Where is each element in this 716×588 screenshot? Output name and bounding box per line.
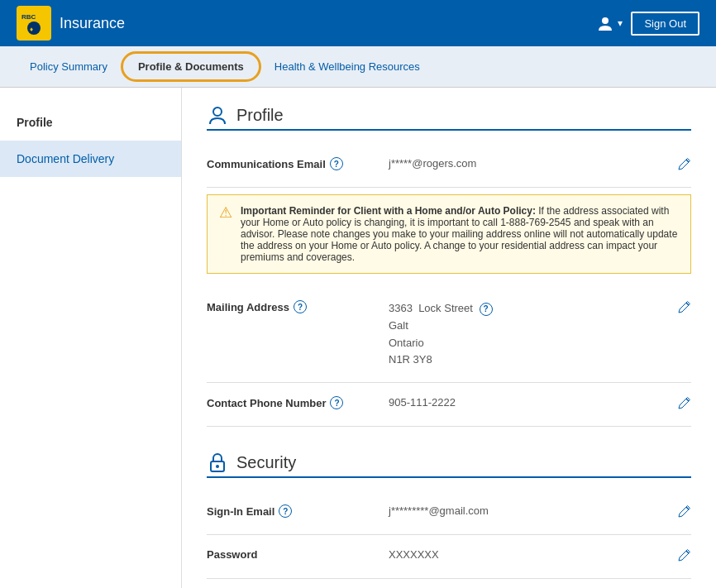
svg-text:♦: ♦ [30, 26, 33, 33]
security-section-title: Security [236, 453, 296, 472]
communications-email-value: j*****@rogers.com [389, 157, 666, 170]
mailing-address-edit-button[interactable] [666, 300, 691, 317]
svg-point-4 [602, 17, 609, 24]
warning-text: Important Reminder for Client with a Hom… [241, 205, 679, 263]
contact-phone-number-value: 905-111-2222 [389, 396, 666, 409]
security-section-icon [207, 452, 228, 473]
main-content: Profile Document Delivery Profile Commun… [0, 88, 716, 588]
header: RBC ♦ Insurance ▾ Sign Out [0, 0, 716, 46]
nav-item-policy-summary[interactable]: Policy Summary [17, 49, 121, 84]
sign-in-email-edit-button[interactable] [666, 504, 691, 521]
sign-in-email-row: Sign-In Email ? j*********@gmail.com [207, 491, 691, 535]
sign-out-button[interactable]: Sign Out [631, 12, 699, 36]
contact-phone-number-label: Contact Phone Number ? [207, 396, 389, 409]
communications-email-edit-button[interactable] [666, 157, 691, 174]
sign-in-email-value: j*********@gmail.com [389, 504, 666, 517]
communications-email-row: Communications Email ? j*****@rogers.com [207, 144, 691, 188]
communications-email-label: Communications Email ? [207, 157, 389, 170]
user-icon [596, 14, 614, 32]
svg-point-5 [213, 108, 222, 116]
password-value: XXXXXXX [389, 548, 666, 561]
svg-point-10 [216, 465, 219, 468]
nav-item-profile-documents[interactable]: Profile & Documents [121, 51, 261, 82]
rbc-logo: RBC ♦ [17, 6, 51, 41]
nav-item-health-wellbeing[interactable]: Health & Wellbeing Resources [261, 49, 433, 84]
header-right: ▾ Sign Out [596, 12, 699, 36]
warning-box: ⚠ Important Reminder for Client with a H… [207, 194, 691, 274]
password-row: Password XXXXXXX [207, 535, 691, 579]
mailing-address-label: Mailing Address ? [207, 300, 389, 313]
contact-phone-edit-button[interactable] [666, 396, 691, 413]
svg-line-11 [686, 507, 689, 509]
password-label: Password [207, 548, 389, 561]
security-section-header: Security [207, 452, 691, 473]
mobile-number-verification-row: Mobile Number Verification ? 647-111-111… [207, 579, 691, 588]
contact-phone-number-row: Contact Phone Number ? 905-111-2222 [207, 383, 691, 427]
nav-bar: Policy Summary Profile & Documents Healt… [0, 46, 716, 88]
sidebar: Profile Document Delivery [0, 88, 182, 588]
svg-line-8 [686, 399, 689, 401]
user-menu-button[interactable]: ▾ [596, 14, 623, 32]
header-left: RBC ♦ Insurance [17, 6, 125, 41]
svg-text:RBC: RBC [21, 13, 36, 21]
sign-in-email-help-icon[interactable]: ? [279, 504, 292, 518]
lock-street-help-icon[interactable]: ? [480, 303, 493, 316]
mailing-address-help-icon[interactable]: ? [294, 300, 307, 313]
profile-section-icon [207, 104, 228, 126]
mailing-address-value: 3363 Lock Street ? Galt Ontario N1R 3Y8 [389, 300, 666, 369]
header-title: Insurance [60, 15, 125, 32]
content-area: Profile Communications Email ? j*****@ro… [182, 88, 716, 588]
password-edit-button[interactable] [666, 548, 691, 565]
warning-icon: ⚠ [219, 203, 232, 222]
security-section-divider [207, 476, 691, 478]
mailing-address-row: Mailing Address ? 3363 Lock Street ? Gal… [207, 287, 691, 383]
profile-section-header: Profile [207, 104, 691, 126]
communications-email-help-icon[interactable]: ? [330, 157, 343, 170]
security-section: Security Sign-In Email ? j*********@gmai… [207, 452, 691, 588]
contact-phone-help-icon[interactable]: ? [330, 396, 343, 409]
profile-section-divider [207, 129, 691, 131]
sign-in-email-label: Sign-In Email ? [207, 504, 389, 518]
svg-line-7 [686, 303, 689, 305]
svg-line-6 [686, 160, 689, 162]
sidebar-item-profile[interactable]: Profile [0, 104, 181, 141]
profile-section-title: Profile [236, 106, 284, 125]
sidebar-item-document-delivery[interactable]: Document Delivery [0, 141, 181, 177]
chevron-down-icon: ▾ [618, 17, 623, 29]
svg-line-12 [686, 551, 689, 553]
